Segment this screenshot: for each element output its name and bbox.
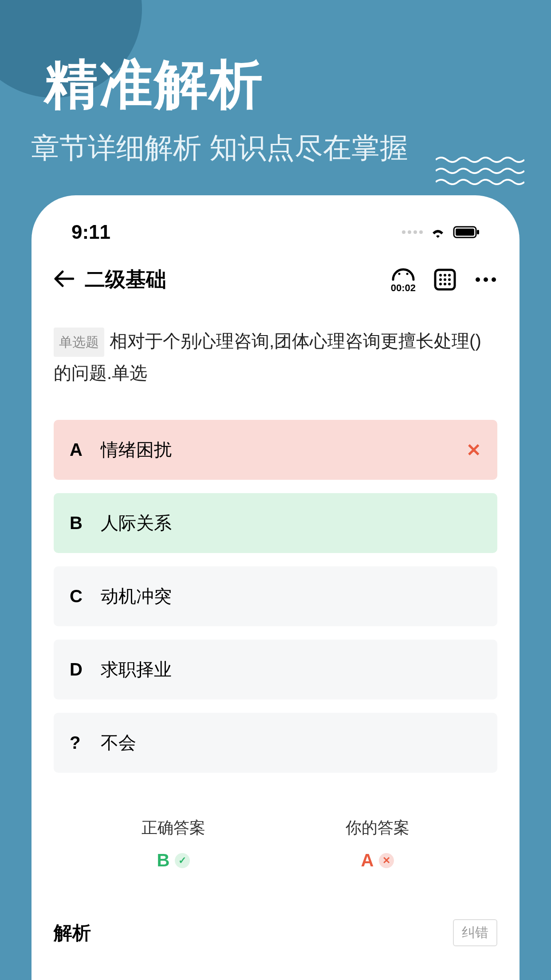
svg-point-11 bbox=[448, 278, 451, 281]
svg-point-3 bbox=[398, 273, 400, 275]
svg-point-4 bbox=[406, 273, 408, 275]
svg-point-15 bbox=[476, 277, 480, 282]
options-list: A 情绪困扰 ✕ B 人际关系 C 动机冲突 D 求职择业 ? 不会 bbox=[54, 420, 497, 773]
analysis-footer: 解析 纠错 bbox=[54, 919, 497, 946]
question-body: 相对于个别心理咨询,团体心理咨询更擅长处理()的问题.单选 bbox=[54, 331, 481, 383]
option-text: 动机冲突 bbox=[101, 584, 481, 609]
page-title: 二级基础 bbox=[85, 266, 380, 293]
option-d[interactable]: D 求职择业 bbox=[54, 640, 497, 699]
svg-point-12 bbox=[439, 283, 442, 285]
grid-icon[interactable] bbox=[433, 268, 457, 291]
question-text: 单选题相对于个别心理咨询,团体心理咨询更擅长处理()的问题.单选 bbox=[54, 331, 481, 383]
your-answer-letter: A bbox=[361, 850, 374, 870]
gauge-icon bbox=[391, 265, 415, 281]
status-time: 9:11 bbox=[71, 221, 110, 243]
answer-summary: 正确答案 B ✓ 你的答案 A ✕ bbox=[54, 817, 497, 870]
check-icon: ✓ bbox=[175, 853, 190, 868]
correct-answer-value: B ✓ bbox=[157, 850, 190, 870]
svg-point-10 bbox=[444, 278, 446, 281]
timer-button[interactable]: 00:02 bbox=[391, 265, 416, 294]
hero-title: 精准解析 bbox=[44, 49, 264, 121]
svg-point-7 bbox=[444, 274, 446, 277]
your-answer-value: A ✕ bbox=[361, 850, 394, 870]
question-type-badge: 单选题 bbox=[54, 328, 104, 357]
option-text: 情绪困扰 bbox=[101, 438, 453, 462]
question-block: 单选题相对于个别心理咨询,团体心理咨询更擅长处理()的问题.单选 bbox=[54, 312, 497, 407]
cross-icon: ✕ bbox=[379, 853, 394, 868]
nav-bar: 二级基础 00:02 bbox=[54, 257, 497, 312]
option-c[interactable]: C 动机冲突 bbox=[54, 566, 497, 626]
option-letter: A bbox=[70, 440, 87, 460]
option-letter: B bbox=[70, 513, 87, 533]
option-text: 求职择业 bbox=[101, 657, 481, 682]
your-answer-label: 你的答案 bbox=[346, 817, 409, 839]
option-b[interactable]: B 人际关系 bbox=[54, 493, 497, 553]
wave-decoration-icon bbox=[436, 155, 524, 186]
svg-point-14 bbox=[448, 283, 451, 285]
option-letter: D bbox=[70, 660, 87, 680]
wrong-mark-icon: ✕ bbox=[466, 440, 481, 460]
svg-point-9 bbox=[439, 278, 442, 281]
option-unknown[interactable]: ? 不会 bbox=[54, 713, 497, 773]
correct-answer-label: 正确答案 bbox=[142, 817, 205, 839]
phone-frame: 9:11 二级基础 00:02 单选题相对于个别心理咨询,团体心理咨询更擅长处理… bbox=[31, 195, 520, 980]
svg-point-13 bbox=[444, 283, 446, 285]
analysis-heading: 解析 bbox=[54, 921, 91, 945]
battery-icon bbox=[453, 226, 480, 238]
hero-subtitle: 章节详细解析 知识点尽在掌握 bbox=[31, 129, 408, 167]
correct-answer-letter: B bbox=[157, 850, 170, 870]
option-letter: C bbox=[70, 586, 87, 606]
signal-icon bbox=[402, 230, 423, 234]
svg-point-17 bbox=[492, 277, 496, 282]
arrow-left-icon bbox=[54, 270, 74, 288]
option-text: 不会 bbox=[101, 731, 481, 755]
more-icon[interactable] bbox=[474, 277, 497, 282]
status-bar: 9:11 bbox=[54, 213, 497, 257]
back-button[interactable] bbox=[54, 268, 74, 291]
wifi-icon bbox=[429, 225, 447, 239]
svg-rect-2 bbox=[477, 230, 479, 234]
svg-point-16 bbox=[484, 277, 488, 282]
your-answer-col: 你的答案 A ✕ bbox=[346, 817, 409, 870]
option-letter: ? bbox=[70, 733, 87, 753]
svg-point-8 bbox=[448, 274, 451, 277]
svg-point-6 bbox=[439, 274, 442, 277]
report-error-button[interactable]: 纠错 bbox=[453, 919, 497, 946]
correct-answer-col: 正确答案 B ✓ bbox=[142, 817, 205, 870]
status-icons bbox=[402, 225, 480, 239]
svg-rect-1 bbox=[456, 229, 474, 236]
option-a[interactable]: A 情绪困扰 ✕ bbox=[54, 420, 497, 480]
timer-value: 00:02 bbox=[391, 282, 416, 294]
option-text: 人际关系 bbox=[101, 511, 481, 535]
